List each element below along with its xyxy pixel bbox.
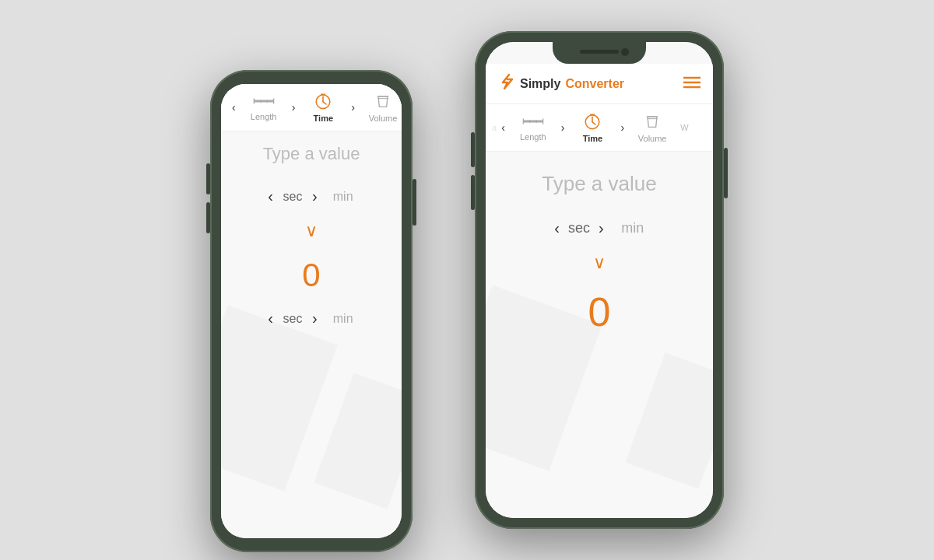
length-icon (253, 93, 275, 109)
right-cat-nav-right[interactable]: › (617, 121, 627, 134)
right-app-content: Simply Converter a ‹ (486, 42, 713, 518)
right-chevron-down[interactable]: ∨ (593, 253, 606, 273)
right-to-label: min (621, 220, 644, 236)
vol-up-button[interactable] (206, 163, 210, 194)
right-phone-screen: Simply Converter a ‹ (486, 42, 713, 518)
cat-item-volume[interactable]: Volume (360, 92, 402, 123)
right-category-bar: a ‹ Length › (486, 104, 713, 152)
right-time-icon (583, 112, 602, 131)
right-length-label: Length (520, 132, 546, 142)
length-label: Length (251, 112, 277, 121)
header-logo: Simply Converter (498, 73, 624, 94)
right-length-icon (522, 114, 544, 129)
volume-label: Volume (369, 114, 398, 123)
left-value-display: 0 (302, 257, 320, 294)
left-phone: a ‹ Length › (210, 70, 413, 552)
right-volume-icon (644, 112, 660, 131)
logo-icon (498, 73, 515, 94)
left-to-label: min (332, 190, 355, 204)
logo-simply-text: Simply (520, 77, 560, 91)
right-from-next[interactable]: › (599, 219, 604, 237)
right-cat-nav-mid[interactable]: › (558, 121, 568, 134)
vol-down-button[interactable] (206, 202, 210, 233)
left-from-next[interactable]: › (312, 187, 318, 205)
notch-camera (621, 48, 629, 56)
left-to-prev[interactable]: ‹ (268, 310, 273, 327)
left-app-content: a ‹ Length › (221, 84, 402, 538)
app-header: Simply Converter (486, 64, 713, 104)
right-top-unit-row: ‹ sec › min (554, 219, 644, 237)
logo-converter-text: Converter (565, 77, 624, 91)
left-main-content: Type a value ‹ sec › min ∨ 0 ‹ sec › (221, 131, 402, 538)
notch (553, 42, 646, 64)
left-to-unit[interactable]: sec (281, 312, 304, 326)
right-partial-w: W (677, 123, 688, 132)
right-main-content: Type a value ‹ sec › min ∨ 0 (486, 152, 713, 518)
left-bottom-unit-row: ‹ sec › min (268, 310, 354, 327)
left-top-unit-row: ‹ sec › min (268, 187, 354, 205)
right-from-prev[interactable]: ‹ (554, 219, 560, 237)
volume-icon (375, 92, 391, 110)
right-cat-nav-left[interactable]: ‹ (498, 121, 508, 134)
time-icon (314, 92, 332, 110)
left-category-bar: a ‹ Length › (221, 84, 402, 131)
left-cat-nav-right[interactable]: › (348, 101, 358, 114)
right-vol-up-button[interactable] (471, 132, 475, 167)
left-cat-nav-right-mid[interactable]: › (289, 101, 299, 114)
left-from-unit[interactable]: sec (281, 190, 304, 204)
left-cat-nav-left[interactable]: ‹ (229, 101, 239, 114)
left-chevron-down[interactable]: ∨ (305, 221, 318, 241)
left-phone-screen: a ‹ Length › (221, 84, 402, 538)
right-cat-item-volume[interactable]: Volume (629, 112, 676, 143)
bolt-icon (498, 73, 515, 90)
svg-rect-0 (254, 100, 273, 103)
right-phone: Simply Converter a ‹ (475, 31, 724, 529)
right-cat-item-time[interactable]: Time (569, 112, 616, 143)
left-from-prev[interactable]: ‹ (268, 187, 273, 205)
right-vol-down-button[interactable] (471, 175, 475, 210)
cat-item-length[interactable]: Length (241, 93, 287, 121)
right-volume-label: Volume (638, 134, 667, 143)
right-value-display: 0 (588, 289, 611, 335)
left-type-value: Type a value (263, 144, 360, 164)
svg-line-7 (323, 102, 326, 104)
left-bottom-to-label: min (332, 312, 355, 326)
right-partial-a: a (492, 123, 497, 132)
notch-speaker (580, 50, 619, 54)
right-cat-item-length[interactable]: Length (510, 114, 557, 142)
cat-item-time[interactable]: Time (300, 92, 346, 123)
right-from-unit[interactable]: sec (567, 220, 591, 236)
hamburger-icon (683, 76, 700, 89)
time-label: Time (314, 114, 333, 123)
right-type-value: Type a value (542, 172, 656, 196)
right-time-label: Time (583, 134, 602, 143)
right-power-button[interactable] (724, 148, 728, 198)
hamburger-menu-button[interactable] (683, 75, 700, 93)
power-button[interactable] (413, 179, 416, 226)
svg-line-22 (592, 122, 595, 124)
left-to-next[interactable]: › (312, 310, 318, 327)
right-partial-cat: a (492, 123, 497, 132)
svg-rect-15 (523, 121, 542, 123)
